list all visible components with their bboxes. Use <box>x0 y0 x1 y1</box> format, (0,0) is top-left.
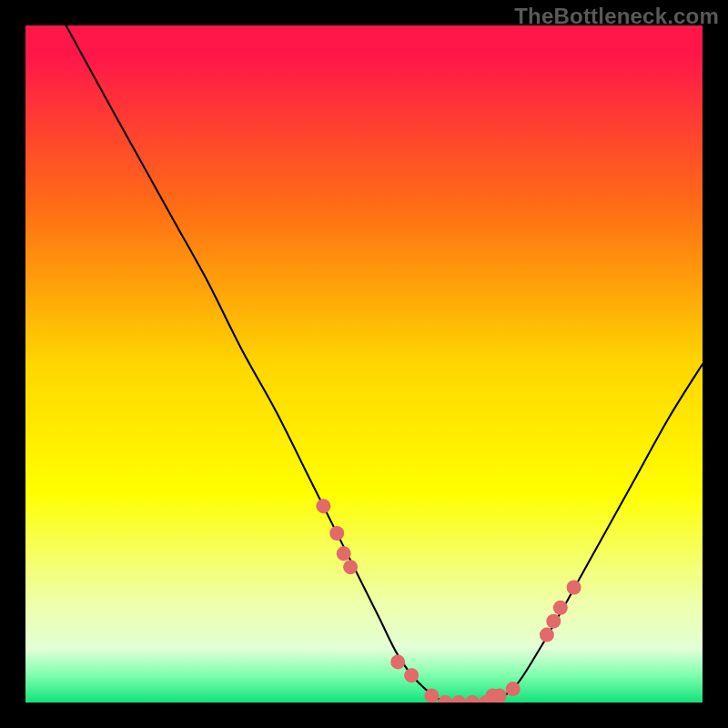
highlight-dot <box>438 695 452 703</box>
watermark-text: TheBottleneck.com <box>514 4 719 29</box>
highlight-dot <box>553 601 568 615</box>
plot-area <box>25 25 703 703</box>
highlight-dot <box>567 581 581 595</box>
highlight-dot <box>506 682 521 696</box>
highlight-dot <box>492 689 507 703</box>
highlight-dot <box>546 614 561 629</box>
highlight-dots-group <box>316 499 581 703</box>
highlight-dot <box>337 546 351 561</box>
curve-svg <box>25 25 703 703</box>
highlight-dot <box>540 628 554 642</box>
highlight-dot <box>404 668 419 682</box>
chart-frame: TheBottleneck.com <box>0 0 728 728</box>
highlight-dot <box>424 689 439 703</box>
bottleneck-curve-path <box>66 25 703 703</box>
highlight-dot <box>329 526 344 541</box>
highlight-dot <box>465 695 480 703</box>
highlight-dot <box>343 560 358 574</box>
highlight-dot <box>451 695 466 703</box>
highlight-dot <box>390 654 405 669</box>
highlight-dot <box>316 499 330 513</box>
